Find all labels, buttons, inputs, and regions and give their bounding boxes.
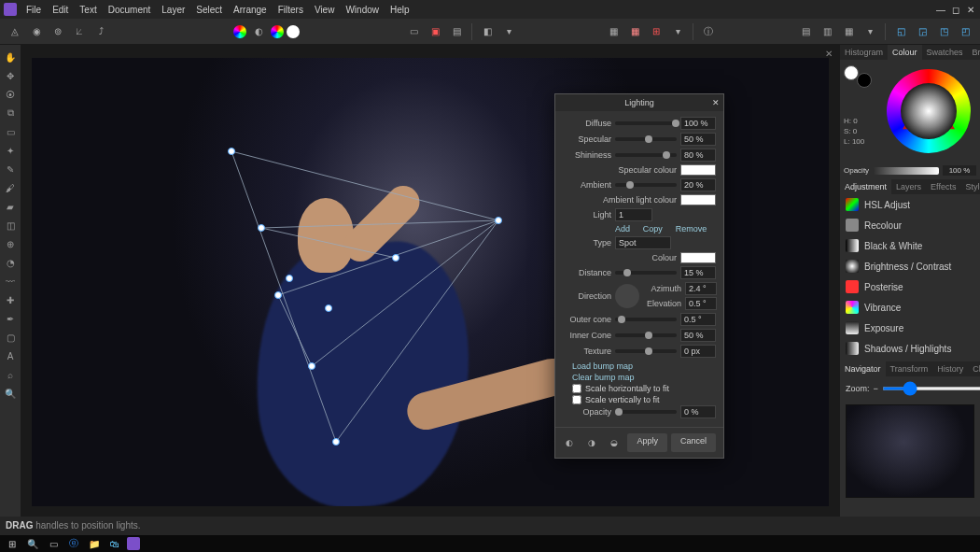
- swatch-icon[interactable]: [233, 25, 246, 38]
- maximize-button[interactable]: ◻: [950, 5, 961, 15]
- selection-add-icon[interactable]: ▣: [426, 22, 444, 41]
- tab-transform[interactable]: Transform: [886, 361, 933, 376]
- copy-light-link[interactable]: Copy: [643, 224, 672, 234]
- snap-icon[interactable]: ▦: [625, 22, 644, 41]
- tab-navigator[interactable]: Navigator: [840, 361, 886, 376]
- tab-adjustment[interactable]: Adjustment: [840, 179, 891, 194]
- light-select[interactable]: 1: [615, 208, 652, 221]
- crop-icon[interactable]: ⧉: [2, 105, 19, 121]
- texture-slider[interactable]: [615, 349, 677, 353]
- remove-light-link[interactable]: Remove: [676, 224, 716, 234]
- tone-map-icon[interactable]: ⟀: [70, 22, 89, 41]
- dlg-opacity-slider[interactable]: [615, 410, 677, 414]
- explorer-icon[interactable]: 📁: [86, 536, 103, 551]
- adjustment-vibrance[interactable]: Vibrance: [840, 297, 980, 318]
- fill-icon[interactable]: ▰: [2, 198, 19, 215]
- paint-brush-icon[interactable]: 🖌: [2, 179, 19, 196]
- adjustment-shadows-highlights[interactable]: Shadows / Highlights: [840, 338, 980, 359]
- hand-tool-icon[interactable]: ✋: [2, 49, 19, 65]
- ruler-icon[interactable]: ▾: [668, 22, 687, 41]
- text-icon[interactable]: A: [2, 347, 19, 364]
- add-light-link[interactable]: Add: [615, 224, 639, 234]
- menu-select[interactable]: Select: [190, 3, 228, 17]
- menu-edit[interactable]: Edit: [47, 3, 74, 17]
- load-bump-link[interactable]: Load bump map: [572, 361, 716, 372]
- quick-mask-icon[interactable]: ▾: [499, 22, 518, 41]
- ambient-slider[interactable]: [615, 183, 677, 187]
- guides-icon[interactable]: ⊞: [647, 22, 665, 41]
- apply-button[interactable]: Apply: [627, 433, 667, 452]
- diffuse-slider[interactable]: [615, 121, 677, 125]
- tab-layers[interactable]: Layers: [891, 179, 926, 194]
- menu-view[interactable]: View: [309, 3, 341, 17]
- adjustment-posterise[interactable]: Posterise: [840, 276, 980, 297]
- scale-v-checkbox[interactable]: [572, 395, 581, 404]
- opacity-slider[interactable]: [873, 167, 939, 175]
- arrange-back-icon[interactable]: ◱: [891, 22, 910, 41]
- erase-icon[interactable]: ◫: [2, 217, 19, 234]
- minimize-button[interactable]: —: [935, 5, 946, 15]
- zoom-out-icon[interactable]: −: [874, 384, 878, 393]
- opacity-value[interactable]: 100 %: [943, 165, 976, 176]
- outer-slider[interactable]: [615, 318, 677, 321]
- light-origin-handle[interactable]: [496, 218, 502, 224]
- assistant-icon[interactable]: ⓘ: [699, 22, 718, 41]
- grid-icon[interactable]: ▦: [604, 22, 623, 41]
- align-more-icon[interactable]: ▾: [861, 22, 879, 41]
- eyedropper-icon[interactable]: ⌕: [2, 366, 19, 383]
- dialog-titlebar[interactable]: Lighting ✕: [555, 94, 723, 111]
- persona-photo-icon[interactable]: ◬: [6, 22, 24, 41]
- arrange-forward-icon[interactable]: ◳: [934, 22, 953, 41]
- fg-bg-swatches[interactable]: [844, 65, 872, 88]
- arrange-front-icon[interactable]: ◰: [956, 22, 974, 41]
- menu-window[interactable]: Window: [340, 3, 385, 17]
- menu-help[interactable]: Help: [385, 3, 415, 17]
- ambient-value[interactable]: 20 %: [680, 178, 716, 191]
- direction-pad[interactable]: [615, 284, 639, 308]
- zoom-slider[interactable]: [882, 387, 980, 390]
- light-colour-swatch[interactable]: [680, 252, 716, 263]
- arrange-backward-icon[interactable]: ◲: [913, 22, 931, 41]
- tab-histogram[interactable]: Histogram: [840, 45, 888, 60]
- taskview-icon[interactable]: ▭: [45, 536, 62, 551]
- adjustment-exposure[interactable]: Exposure: [840, 318, 980, 338]
- brush-select-icon[interactable]: ✎: [2, 161, 19, 177]
- inner-value[interactable]: 50 %: [680, 329, 716, 342]
- app-taskbar-icon[interactable]: [127, 537, 140, 550]
- close-button[interactable]: ✕: [965, 5, 976, 15]
- menu-file[interactable]: File: [21, 3, 47, 17]
- export-icon[interactable]: ⤴: [91, 22, 110, 41]
- shininess-slider[interactable]: [615, 153, 677, 157]
- clone-icon[interactable]: ⊕: [2, 235, 19, 252]
- texture-value[interactable]: 0 px: [680, 345, 716, 358]
- mask-icon[interactable]: ◧: [478, 22, 497, 41]
- amb-colour-swatch[interactable]: [680, 194, 716, 205]
- tab-swatches[interactable]: Swatches: [922, 45, 968, 60]
- tab-effects[interactable]: Effects: [926, 179, 960, 194]
- edge-icon[interactable]: ⓔ: [65, 536, 82, 551]
- white-swatch-icon[interactable]: [287, 25, 300, 38]
- smudge-icon[interactable]: 〰: [2, 273, 19, 290]
- menu-filters[interactable]: Filters: [273, 3, 309, 17]
- distance-slider[interactable]: [615, 271, 677, 275]
- tab-styles[interactable]: Styles: [960, 179, 980, 194]
- type-select[interactable]: Spot: [615, 236, 671, 249]
- menu-layer[interactable]: Layer: [156, 3, 190, 17]
- specular-value[interactable]: 50 %: [680, 133, 716, 146]
- tab-brushes[interactable]: Brushes: [968, 45, 980, 60]
- colour-wheel[interactable]: [887, 69, 971, 153]
- move-tool-icon[interactable]: ✥: [2, 67, 19, 84]
- menu-document[interactable]: Document: [103, 3, 157, 17]
- dlg-opacity-value[interactable]: 0 %: [680, 405, 716, 418]
- selection-new-icon[interactable]: ▭: [404, 22, 423, 41]
- menu-text[interactable]: Text: [74, 3, 102, 17]
- split-icon[interactable]: ◑: [582, 433, 601, 452]
- spec-colour-swatch[interactable]: [680, 164, 716, 176]
- develop-icon[interactable]: ⊚: [49, 22, 67, 41]
- colour-picker-icon[interactable]: ⦿: [2, 86, 19, 103]
- scale-h-checkbox[interactable]: [572, 384, 581, 393]
- adjustment-black-white[interactable]: Black & White: [840, 235, 980, 256]
- specular-slider[interactable]: [615, 137, 677, 141]
- align-left-icon[interactable]: ▤: [796, 22, 815, 41]
- before-icon[interactable]: ◐: [560, 433, 579, 452]
